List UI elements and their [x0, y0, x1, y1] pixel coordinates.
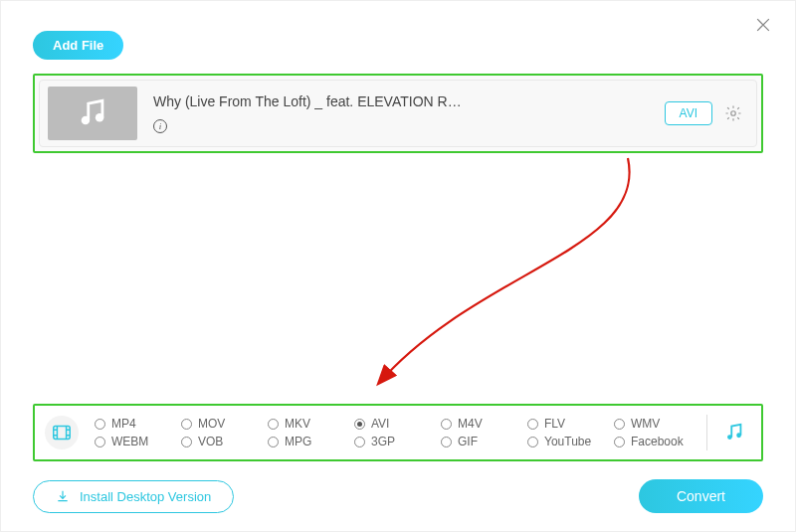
format-option-mkv[interactable]: MKV: [268, 417, 350, 431]
format-label: 3GP: [371, 435, 395, 448]
format-label: WEBM: [111, 435, 148, 448]
svg-point-0: [82, 116, 91, 125]
install-desktop-button[interactable]: Install Desktop Version: [33, 480, 234, 513]
format-option-gif[interactable]: GIF: [441, 435, 523, 448]
format-option-3gp[interactable]: 3GP: [354, 435, 437, 448]
format-label: MPG: [285, 435, 311, 448]
format-label: VOB: [198, 435, 223, 448]
file-thumbnail: [48, 87, 137, 140]
radio-icon: [614, 419, 625, 430]
radio-icon: [268, 419, 279, 430]
video-type-icon[interactable]: [45, 416, 79, 449]
radio-icon: [354, 437, 365, 447]
annotation-arrow: [329, 140, 648, 399]
svg-rect-4: [54, 427, 71, 440]
radio-icon: [95, 437, 105, 447]
format-option-flv[interactable]: FLV: [527, 417, 610, 431]
radio-icon: [614, 437, 625, 447]
format-option-mp4[interactable]: MP4: [95, 417, 177, 431]
radio-icon: [441, 437, 452, 447]
radio-icon: [527, 437, 538, 447]
format-label: Facebook: [631, 435, 684, 448]
format-option-vob[interactable]: VOB: [181, 435, 264, 448]
format-label: YouTube: [544, 435, 591, 448]
file-title: Why (Live From The Loft) _ feat. ELEVATI…: [153, 93, 665, 109]
format-option-m4v[interactable]: M4V: [441, 417, 523, 431]
music-note-icon: [76, 96, 109, 130]
format-label: AVI: [371, 417, 389, 431]
add-file-button[interactable]: Add File: [33, 31, 123, 60]
format-label: MKV: [285, 417, 310, 431]
format-panel: MP4MOVMKVAVIM4VFLVWMVWEBMVOBMPG3GPGIFYou…: [33, 404, 763, 461]
radio-icon: [441, 419, 452, 430]
file-row: Why (Live From The Loft) _ feat. ELEVATI…: [33, 74, 763, 153]
format-option-youtube[interactable]: YouTube: [527, 435, 610, 448]
svg-point-1: [96, 113, 104, 122]
divider: [706, 415, 707, 450]
format-label: MOV: [198, 417, 225, 431]
format-label: GIF: [458, 435, 478, 448]
gear-icon[interactable]: [724, 104, 742, 122]
format-option-webm[interactable]: WEBM: [95, 435, 177, 448]
format-label: M4V: [458, 417, 483, 431]
info-icon[interactable]: i: [153, 119, 167, 133]
audio-type-icon[interactable]: [717, 416, 751, 449]
format-option-avi[interactable]: AVI: [354, 417, 437, 431]
download-icon: [56, 489, 70, 503]
radio-icon: [181, 419, 192, 430]
radio-icon: [268, 437, 279, 447]
svg-point-5: [727, 435, 732, 440]
radio-icon: [527, 419, 538, 430]
format-option-wmv[interactable]: WMV: [614, 417, 696, 431]
format-label: MP4: [111, 417, 136, 431]
install-desktop-label: Install Desktop Version: [80, 489, 211, 504]
svg-point-6: [736, 433, 741, 438]
radio-icon: [354, 419, 365, 430]
format-option-mov[interactable]: MOV: [181, 417, 264, 431]
radio-icon: [95, 419, 105, 430]
svg-point-2: [731, 111, 736, 116]
format-label: WMV: [631, 417, 660, 431]
radio-icon: [181, 437, 192, 447]
format-option-facebook[interactable]: Facebook: [614, 435, 696, 448]
format-chip[interactable]: AVI: [665, 101, 712, 125]
format-option-mpg[interactable]: MPG: [268, 435, 350, 448]
convert-button[interactable]: Convert: [639, 479, 763, 513]
close-button[interactable]: [753, 15, 773, 35]
format-label: FLV: [544, 417, 565, 431]
